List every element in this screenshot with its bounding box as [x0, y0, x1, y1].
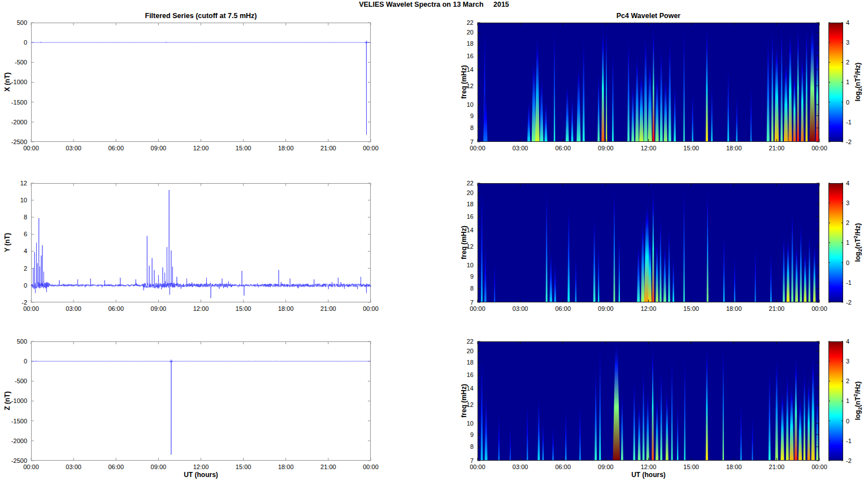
freq-tick-label: 12 — [467, 243, 474, 250]
x-tick-label: 03:00 — [66, 463, 81, 470]
freq-tick-label: 10 — [467, 101, 474, 108]
x-tick-label: 06:00 — [108, 463, 124, 470]
y-tick-label: -500 — [15, 59, 27, 66]
x-tick-label: 15:00 — [236, 463, 251, 470]
colorbar-tick-label: 2 — [846, 378, 849, 384]
x-tick-label: 12:00 — [641, 305, 657, 312]
y-tick-label: 2 — [24, 265, 27, 272]
x-tick-label: 03:00 — [513, 463, 528, 470]
freq-tick-label: 14 — [467, 66, 474, 73]
x-tick-label: 06:00 — [555, 305, 571, 312]
colorbar-tick-label: -1 — [846, 119, 852, 125]
x-tick-label: 12:00 — [193, 305, 209, 312]
x-tick-label: 21:00 — [769, 463, 785, 470]
colorbar-tick-label: -2 — [846, 457, 852, 464]
freq-tick-label: 10 — [467, 420, 474, 427]
figure-canvas: VELIES Wavelet Spectra on 13 March 2015 … — [0, 0, 868, 481]
x-tick-label: 18:00 — [726, 463, 742, 470]
y-tick-label: -2000 — [11, 437, 27, 444]
x-tick-label: 00:00 — [23, 305, 39, 312]
x-tick-label: 06:00 — [108, 145, 124, 151]
y-tick-label: -2500 — [11, 138, 27, 145]
freq-tick-label: 8 — [470, 285, 474, 292]
colorbar-tick-label: 4 — [846, 180, 849, 187]
y-tick-label: -1000 — [11, 79, 27, 85]
freq-tick-label: 8 — [470, 443, 474, 450]
figure-title: VELIES Wavelet Spectra on 13 March 2015 — [0, 1, 868, 8]
colorbar-tick-label: -2 — [846, 299, 852, 306]
x-tick-label: 00:00 — [470, 463, 485, 470]
colorbar-tick-label: 4 — [846, 19, 849, 26]
colorbar-tick-label: 2 — [846, 219, 849, 226]
colorbar-tick-label: 1 — [846, 79, 849, 85]
x-tick-label: 12:00 — [641, 145, 657, 151]
spike-marker — [170, 359, 173, 363]
x-tick-label: 15:00 — [683, 305, 699, 312]
xlabel-ut-hours-right: UT (hours) — [478, 471, 819, 479]
x-axis-ticks: 00:0003:0006:0009:0012:0015:0018:0021:00… — [23, 23, 379, 151]
freq-tick-label: 16 — [467, 53, 474, 59]
plot-z-filtered-series: 00:0003:0006:0009:0012:0015:0018:0021:00… — [31, 341, 371, 461]
y-tick-label: -2500 — [11, 457, 27, 464]
freq-tick-label: 22 — [467, 180, 474, 187]
freq-tick-label: 20 — [467, 29, 474, 36]
spike-marker — [364, 41, 368, 44]
y-tick-label: -1000 — [11, 397, 27, 404]
x-axis-ticks: 00:0003:0006:0009:0012:0015:0018:0021:00… — [23, 341, 379, 470]
plot-x-filtered-series: 00:0003:0006:0009:0012:0015:0018:0021:00… — [31, 23, 371, 142]
colorbar-gradient — [828, 341, 843, 461]
x-tick-label: 03:00 — [66, 305, 81, 312]
y-tick-label: 0 — [24, 358, 27, 365]
y-axis-ticks: 5000-500-1000-1500-2000-2500 — [11, 338, 371, 464]
series-line — [31, 190, 371, 298]
colorbar-tick-label: 4 — [846, 338, 849, 345]
y-tick-label: 8 — [24, 214, 27, 220]
x-tick-label: 09:00 — [151, 463, 167, 470]
freq-tick-label: 7 — [470, 457, 474, 464]
x-tick-label: 12:00 — [193, 463, 209, 470]
colorbar-tick-label: 0 — [846, 99, 849, 106]
x-tick-label: 18:00 — [726, 305, 742, 312]
freq-tick-label: 12 — [467, 83, 474, 89]
y-tick-label: 4 — [24, 248, 27, 254]
y-tick-label: 0 — [24, 282, 27, 289]
x-tick-label: 18:00 — [726, 145, 742, 151]
x-tick-label: 12:00 — [641, 463, 657, 470]
x-tick-label: 06:00 — [555, 463, 571, 470]
colorbar-top: 43210-1-2 — [828, 23, 843, 142]
freq-tick-label: 14 — [467, 227, 474, 233]
x-tick-label: 12:00 — [193, 145, 209, 151]
freq-tick-label: 9 — [470, 273, 474, 280]
x-tick-label: 09:00 — [151, 305, 167, 312]
ylabel-z-nt: Z (nT) — [3, 391, 11, 410]
plot-y-filtered-series: 00:0003:0006:0009:0012:0015:0018:0021:00… — [31, 183, 371, 302]
colorbar-tick-label: 2 — [846, 59, 849, 66]
y-axis-ticks: 5000-500-1000-1500-2000-2500 — [11, 19, 371, 145]
colorbar-tick-label: 0 — [846, 418, 849, 424]
x-tick-label: 15:00 — [683, 463, 699, 470]
xlabel-ut-hours-left: UT (hours) — [31, 471, 371, 479]
plot-frame — [32, 23, 371, 142]
colorbar-middle: 43210-1-2 — [828, 183, 843, 302]
freq-tick-label: 12 — [467, 401, 474, 408]
colorbar-tick-label: 3 — [846, 39, 849, 46]
colorbar-tick-label: -2 — [846, 138, 852, 145]
y-tick-label: -1500 — [11, 99, 27, 106]
freq-tick-label: 9 — [470, 112, 474, 119]
y-tick-label: 500 — [17, 19, 27, 26]
freq-tick-label: 16 — [467, 371, 474, 378]
x-tick-label: 00:00 — [470, 305, 485, 312]
freq-tick-label: 20 — [467, 348, 474, 354]
y-tick-label: 0 — [24, 39, 27, 46]
x-tick-label: 00:00 — [363, 305, 379, 312]
colorbar-tick-label: 3 — [846, 200, 849, 206]
x-tick-label: 06:00 — [108, 305, 124, 312]
colorbar-tick-label: 1 — [846, 239, 849, 246]
series-line — [31, 42, 371, 135]
y-tick-label: -1500 — [11, 418, 27, 424]
x-tick-label: 18:00 — [278, 463, 294, 470]
y-tick-label: -2 — [21, 299, 27, 306]
freq-tick-label: 9 — [470, 431, 474, 438]
freq-tick-label: 20 — [467, 189, 474, 196]
freq-tick-label: 22 — [467, 19, 474, 26]
